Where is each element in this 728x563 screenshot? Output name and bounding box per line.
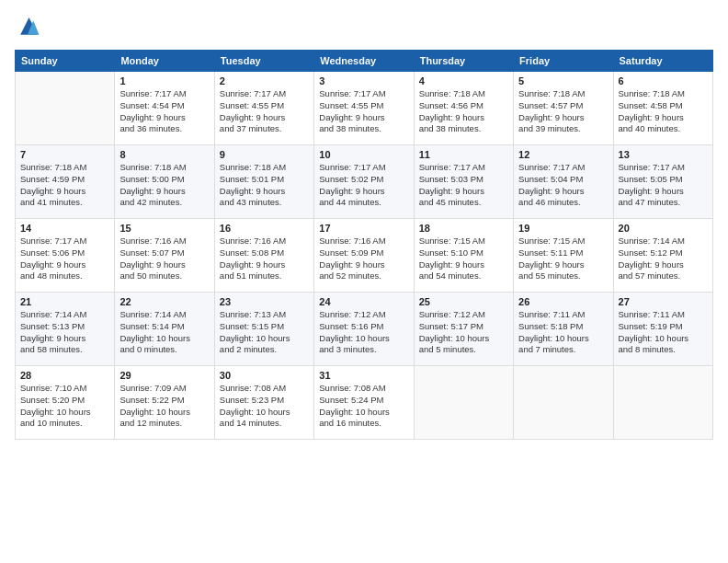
calendar-cell: 31Sunrise: 7:08 AMSunset: 5:24 PMDayligh… [314,366,414,440]
day-header-monday: Monday [115,51,214,72]
day-number: 10 [319,149,408,160]
day-number: 31 [319,370,408,381]
calendar-week-row: 21Sunrise: 7:14 AMSunset: 5:13 PMDayligh… [16,293,713,366]
cell-content: Sunrise: 7:18 AMSunset: 4:56 PMDaylight:… [419,88,508,135]
calendar-cell: 4Sunrise: 7:18 AMSunset: 4:56 PMDaylight… [414,72,513,145]
cell-content: Sunrise: 7:12 AMSunset: 5:16 PMDaylight:… [319,309,408,356]
calendar-week-row: 14Sunrise: 7:17 AMSunset: 5:06 PMDayligh… [16,219,713,293]
cell-content: Sunrise: 7:08 AMSunset: 5:23 PMDaylight:… [220,383,309,430]
cell-content: Sunrise: 7:18 AMSunset: 5:01 PMDaylight:… [220,162,309,209]
day-number: 21 [20,296,109,307]
day-number: 17 [319,223,408,234]
calendar-cell: 20Sunrise: 7:14 AMSunset: 5:12 PMDayligh… [613,219,712,293]
day-number: 19 [518,223,608,234]
cell-content: Sunrise: 7:17 AMSunset: 4:55 PMDaylight:… [220,88,309,135]
cell-content: Sunrise: 7:18 AMSunset: 5:00 PMDaylight:… [119,162,209,209]
calendar-cell: 21Sunrise: 7:14 AMSunset: 5:13 PMDayligh… [16,293,115,366]
calendar-cell: 22Sunrise: 7:14 AMSunset: 5:14 PMDayligh… [115,293,214,366]
cell-content: Sunrise: 7:16 AMSunset: 5:08 PMDaylight:… [220,236,309,282]
day-header-thursday: Thursday [414,51,513,72]
day-header-tuesday: Tuesday [214,51,313,72]
cell-content: Sunrise: 7:17 AMSunset: 5:04 PMDaylight:… [518,162,608,209]
cell-content: Sunrise: 7:17 AMSunset: 5:06 PMDaylight:… [20,236,109,282]
day-number: 22 [119,296,209,307]
day-number: 11 [419,149,508,160]
day-number: 23 [220,296,309,307]
calendar-cell: 14Sunrise: 7:17 AMSunset: 5:06 PMDayligh… [16,219,115,293]
day-number: 30 [220,370,309,381]
calendar-cell: 15Sunrise: 7:16 AMSunset: 5:07 PMDayligh… [115,219,214,293]
cell-content: Sunrise: 7:17 AMSunset: 4:55 PMDaylight:… [319,88,408,135]
calendar-cell [613,366,712,440]
day-number: 24 [319,296,408,307]
day-number: 26 [518,296,608,307]
day-number: 9 [220,149,309,160]
cell-content: Sunrise: 7:17 AMSunset: 4:54 PMDaylight:… [119,88,209,135]
day-number: 2 [220,75,309,86]
cell-content: Sunrise: 7:17 AMSunset: 5:03 PMDaylight:… [419,162,508,209]
calendar-cell: 30Sunrise: 7:08 AMSunset: 5:23 PMDayligh… [214,366,313,440]
calendar-cell: 28Sunrise: 7:10 AMSunset: 5:20 PMDayligh… [16,366,115,440]
day-number: 12 [518,149,608,160]
calendar-cell: 13Sunrise: 7:17 AMSunset: 5:05 PMDayligh… [613,145,712,219]
day-number: 27 [619,296,708,307]
cell-content: Sunrise: 7:18 AMSunset: 4:57 PMDaylight:… [518,88,608,135]
cell-content: Sunrise: 7:18 AMSunset: 4:59 PMDaylight:… [20,162,109,209]
calendar-cell: 12Sunrise: 7:17 AMSunset: 5:04 PMDayligh… [514,145,613,219]
calendar-week-row: 28Sunrise: 7:10 AMSunset: 5:20 PMDayligh… [16,366,713,440]
cell-content: Sunrise: 7:18 AMSunset: 4:58 PMDaylight:… [619,88,708,135]
calendar-cell: 16Sunrise: 7:16 AMSunset: 5:08 PMDayligh… [214,219,313,293]
calendar-cell: 11Sunrise: 7:17 AMSunset: 5:03 PMDayligh… [414,145,513,219]
day-number: 14 [20,223,109,234]
calendar-cell: 5Sunrise: 7:18 AMSunset: 4:57 PMDaylight… [514,72,613,145]
day-number: 16 [220,223,309,234]
cell-content: Sunrise: 7:13 AMSunset: 5:15 PMDaylight:… [220,309,309,356]
cell-content: Sunrise: 7:16 AMSunset: 5:07 PMDaylight:… [119,236,209,282]
day-number: 8 [119,149,209,160]
day-number: 29 [119,370,209,381]
day-number: 3 [319,75,408,86]
day-header-sunday: Sunday [16,51,115,72]
cell-content: Sunrise: 7:15 AMSunset: 5:10 PMDaylight:… [419,236,508,282]
calendar-cell [414,366,513,440]
calendar-week-row: 1Sunrise: 7:17 AMSunset: 4:54 PMDaylight… [16,72,713,145]
day-header-wednesday: Wednesday [314,51,414,72]
cell-content: Sunrise: 7:14 AMSunset: 5:13 PMDaylight:… [20,309,109,356]
day-number: 18 [419,223,508,234]
cell-content: Sunrise: 7:15 AMSunset: 5:11 PMDaylight:… [518,236,608,282]
cell-content: Sunrise: 7:08 AMSunset: 5:24 PMDaylight:… [319,383,408,430]
day-number: 4 [419,75,508,86]
calendar-cell: 10Sunrise: 7:17 AMSunset: 5:02 PMDayligh… [314,145,414,219]
logo [15,15,42,40]
cell-content: Sunrise: 7:17 AMSunset: 5:02 PMDaylight:… [319,162,408,209]
calendar-cell: 19Sunrise: 7:15 AMSunset: 5:11 PMDayligh… [514,219,613,293]
day-number: 1 [119,75,209,86]
calendar-cell: 18Sunrise: 7:15 AMSunset: 5:10 PMDayligh… [414,219,513,293]
calendar-cell: 29Sunrise: 7:09 AMSunset: 5:22 PMDayligh… [115,366,214,440]
cell-content: Sunrise: 7:11 AMSunset: 5:19 PMDaylight:… [619,309,708,356]
cell-content: Sunrise: 7:09 AMSunset: 5:22 PMDaylight:… [119,383,209,430]
calendar-cell: 24Sunrise: 7:12 AMSunset: 5:16 PMDayligh… [314,293,414,366]
calendar-cell: 26Sunrise: 7:11 AMSunset: 5:18 PMDayligh… [514,293,613,366]
cell-content: Sunrise: 7:14 AMSunset: 5:14 PMDaylight:… [119,309,209,356]
logo-icon [15,15,40,40]
cell-content: Sunrise: 7:11 AMSunset: 5:18 PMDaylight:… [518,309,608,356]
calendar-cell: 7Sunrise: 7:18 AMSunset: 4:59 PMDaylight… [16,145,115,219]
calendar-cell: 23Sunrise: 7:13 AMSunset: 5:15 PMDayligh… [214,293,313,366]
calendar-week-row: 7Sunrise: 7:18 AMSunset: 4:59 PMDaylight… [16,145,713,219]
calendar-cell [514,366,613,440]
page-container: SundayMondayTuesdayWednesdayThursdayFrid… [0,0,728,447]
calendar-cell: 17Sunrise: 7:16 AMSunset: 5:09 PMDayligh… [314,219,414,293]
day-number: 6 [619,75,708,86]
day-number: 7 [20,149,109,160]
calendar-cell: 2Sunrise: 7:17 AMSunset: 4:55 PMDaylight… [214,72,313,145]
calendar-table: SundayMondayTuesdayWednesdayThursdayFrid… [15,50,713,440]
cell-content: Sunrise: 7:16 AMSunset: 5:09 PMDaylight:… [319,236,408,282]
day-number: 20 [619,223,708,234]
calendar-cell: 9Sunrise: 7:18 AMSunset: 5:01 PMDaylight… [214,145,313,219]
day-number: 5 [518,75,608,86]
cell-content: Sunrise: 7:12 AMSunset: 5:17 PMDaylight:… [419,309,508,356]
calendar-cell: 8Sunrise: 7:18 AMSunset: 5:00 PMDaylight… [115,145,214,219]
cell-content: Sunrise: 7:10 AMSunset: 5:20 PMDaylight:… [20,383,109,430]
calendar-cell: 25Sunrise: 7:12 AMSunset: 5:17 PMDayligh… [414,293,513,366]
